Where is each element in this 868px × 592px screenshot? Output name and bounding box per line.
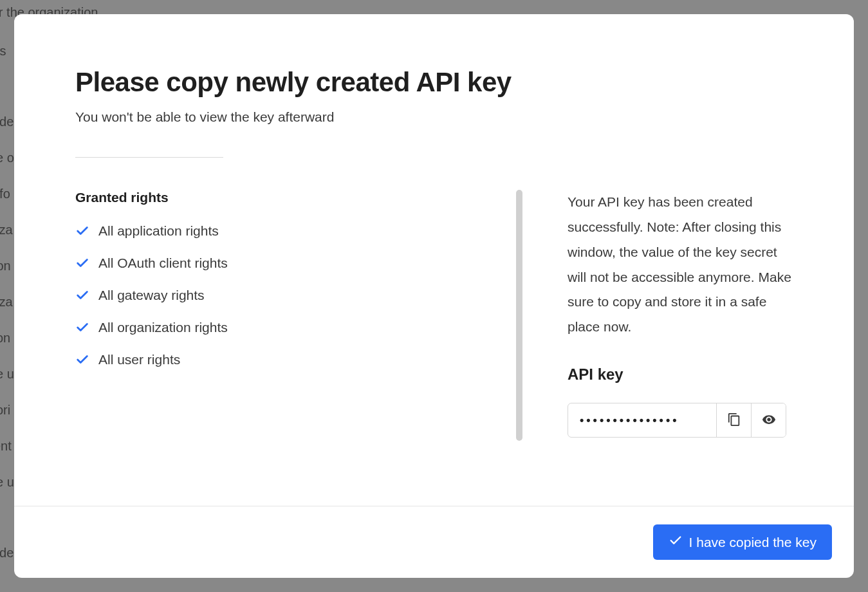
backdrop-text: e u [0,367,14,382]
rights-item: All user rights [75,352,477,367]
check-icon [75,256,89,270]
granted-rights-title: Granted rights [75,190,477,205]
backdrop-text: e u [0,475,14,490]
check-icon [75,320,89,335]
api-key-modal: Please copy newly created API key You wo… [14,14,854,578]
api-key-label: API key [568,365,793,384]
api-key-panel: Your API key has been created successful… [568,190,793,441]
check-icon [75,353,89,367]
backdrop-text: iza [0,295,13,310]
rights-item: All gateway rights [75,288,477,303]
check-icon [75,288,89,302]
copy-button[interactable] [716,403,751,437]
modal-subtitle: You won't be able to view the key afterw… [75,109,793,125]
modal-footer: I have copied the key [14,506,854,578]
backdrop-text: nde [0,546,14,560]
rights-item-label: All user rights [98,352,180,367]
check-icon [669,533,683,551]
rights-list: All application rights All OAuth client … [75,223,477,367]
rights-item: All OAuth client rights [75,255,477,271]
rights-item-label: All application rights [98,223,219,239]
api-key-field: ••••••••••••••• [568,403,786,438]
toggle-visibility-button[interactable] [751,403,786,437]
backdrop-text: iza [0,223,13,237]
copy-icon [727,412,741,429]
backdrop-text: on [0,331,10,346]
confirm-button-label: I have copied the key [689,535,817,550]
rights-item-label: All OAuth client rights [98,255,228,271]
rights-item: All organization rights [75,320,477,335]
backdrop-text: nde [0,115,14,129]
backdrop-text: ts [0,44,6,59]
api-key-value[interactable]: ••••••••••••••• [568,403,716,437]
backdrop-text: nfo [0,187,10,201]
rights-item-label: All gateway rights [98,288,205,303]
rights-item-label: All organization rights [98,320,228,335]
confirm-copied-button[interactable]: I have copied the key [653,524,832,560]
eye-icon [762,412,776,429]
rights-item: All application rights [75,223,477,239]
vertical-separator [516,190,522,441]
modal-body: Granted rights All application rights Al… [75,190,793,441]
modal-content: Please copy newly created API key You wo… [14,14,854,506]
check-icon [75,224,89,238]
backdrop-text: ent [0,439,12,454]
info-text: Your API key has been created successful… [568,190,793,340]
granted-rights-panel: Granted rights All application rights Al… [75,190,516,441]
divider [75,157,223,158]
backdrop-text: ion [0,259,11,273]
backdrop-text: e o [0,151,14,165]
modal-title: Please copy newly created API key [75,67,793,98]
backdrop-text: ori [0,403,10,418]
